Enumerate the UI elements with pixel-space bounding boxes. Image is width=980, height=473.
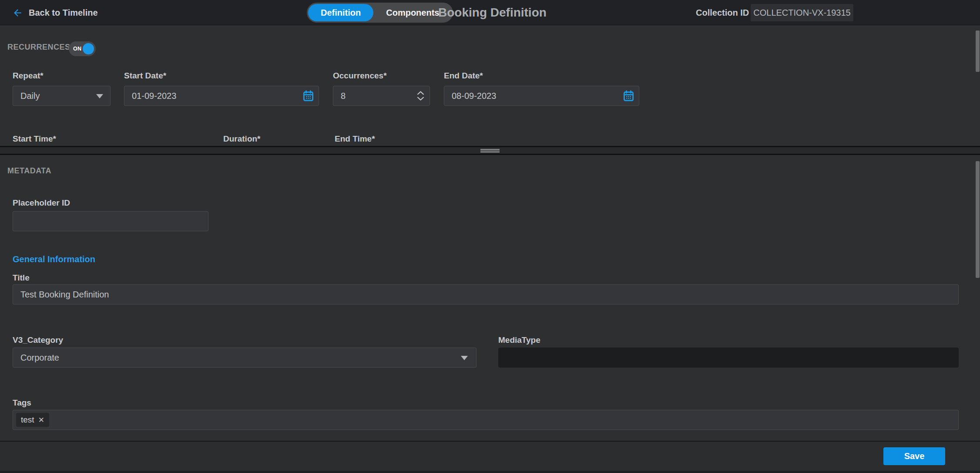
duration-label: Duration* [223,134,261,144]
start-date-label: Start Date* [124,71,166,81]
title-input[interactable] [13,284,959,304]
media-type-label: MediaType [498,335,540,345]
window-bottom-edge [0,471,980,473]
collection-id-label: Collection ID [696,0,749,25]
repeat-value: Daily [20,91,40,101]
tag-chip: test ✕ [16,413,49,427]
tab-definition[interactable]: Definition [308,4,373,21]
arrow-left-icon [12,7,23,18]
title-label: Title [13,273,30,283]
general-information-heading: General Information [13,254,95,264]
footer-bar: Save [0,441,980,473]
save-button[interactable]: Save [883,447,945,465]
end-date-value: 08-09-2023 [452,91,496,101]
media-type-input[interactable] [498,348,959,368]
v3-category-label: V3_Category [13,335,63,345]
collection-id-value: COLLECTION-VX-19315 [751,4,853,21]
calendar-icon[interactable] [623,90,634,102]
view-tab-switcher: Definition Components [307,3,453,23]
occurrences-value: 8 [341,91,346,101]
booking-definition-screen: Back to Timeline Definition Components B… [0,0,980,473]
calendar-icon[interactable] [302,90,314,102]
back-to-timeline-label: Back to Timeline [29,8,98,18]
recurrences-panel: RECURRENCES ON Repeat* Start Date* Occur… [0,25,980,146]
recurrences-section-header: RECURRENCES [7,43,70,52]
start-date-field[interactable]: 01-09-2023 [124,86,319,106]
repeat-label: Repeat* [13,71,44,81]
page-title: Booking Definition [438,0,547,25]
placeholder-id-label: Placeholder ID [13,198,70,208]
tags-label: Tags [13,398,31,408]
back-to-timeline-button[interactable]: Back to Timeline [12,0,98,25]
end-date-field[interactable]: 08-09-2023 [444,86,639,106]
start-time-label: Start Time* [13,134,56,144]
drag-handle-icon[interactable] [480,149,500,152]
repeat-select[interactable]: Daily [13,86,111,106]
start-date-value: 01-09-2023 [132,91,176,101]
pane-resize-splitter[interactable] [0,146,980,155]
occurrences-stepper[interactable]: 8 [333,86,430,106]
occurrences-label: Occurrences* [333,71,387,81]
top-pane-scrollbar-thumb[interactable] [976,30,980,72]
tags-input[interactable]: test ✕ [13,410,959,430]
close-icon[interactable]: ✕ [38,416,44,424]
v3-category-select[interactable]: Corporate [13,348,477,368]
toggle-on-label: ON [73,41,81,56]
chevron-down-icon [461,356,468,360]
v3-category-value: Corporate [20,353,59,363]
metadata-pane-scrollbar-thumb[interactable] [976,161,980,278]
recurrences-toggle[interactable]: ON [69,41,96,56]
end-date-label: End Date* [444,71,483,81]
tag-chip-text: test [21,415,34,425]
metadata-section-header: METADATA [7,166,51,176]
stepper-chevrons-icon[interactable] [417,91,424,101]
toggle-knob [83,43,94,54]
top-bar: Back to Timeline Definition Components B… [0,0,980,25]
chevron-down-icon [96,94,103,98]
placeholder-id-input[interactable] [13,211,208,231]
metadata-panel: METADATA Placeholder ID General Informat… [0,155,980,441]
end-time-label: End Time* [335,134,375,144]
